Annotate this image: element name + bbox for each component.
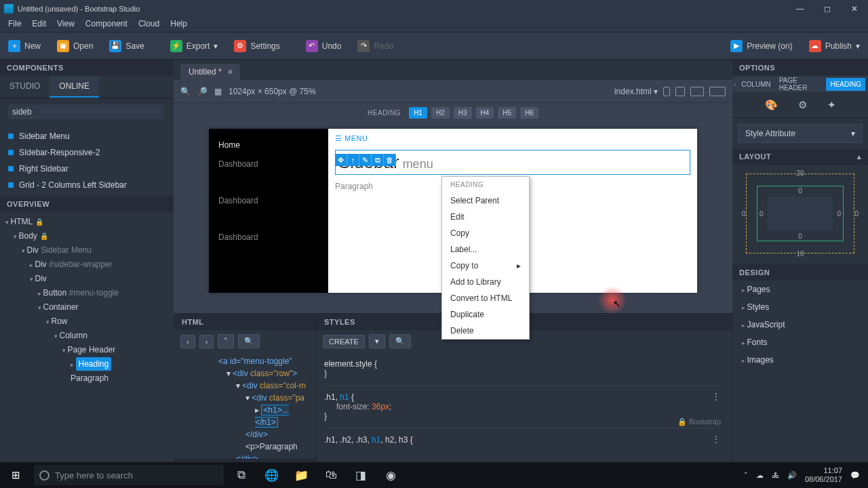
heading-h6[interactable]: H6 — [520, 107, 538, 119]
nav-back-button[interactable]: ‹ — [180, 335, 195, 348]
sidebar-item[interactable]: Dashboard — [209, 228, 328, 247]
animation-icon[interactable]: ✦ — [827, 99, 836, 111]
design-pages[interactable]: Pages — [732, 281, 868, 298]
tray-onedrive-icon[interactable]: ☁ — [756, 471, 764, 480]
sidebar-item[interactable]: Home — [209, 136, 328, 155]
save-button[interactable]: 💾Save — [101, 33, 152, 60]
tray-up-icon[interactable]: ˄ — [744, 471, 748, 480]
tab-studio[interactable]: STUDIO — [0, 76, 50, 98]
ctx-duplicate[interactable]: Duplicate — [442, 306, 529, 323]
app-icon[interactable]: ◨ — [346, 462, 376, 488]
ctx-add-to-library[interactable]: Add to Library — [442, 274, 529, 290]
layout-header[interactable]: LAYOUT▴ — [732, 148, 868, 165]
new-button[interactable]: ＋New — [0, 33, 49, 60]
tray-network-icon[interactable]: 🖧 — [772, 471, 779, 479]
menu-file[interactable]: File — [3, 18, 26, 32]
grid-icon[interactable]: ▦ — [214, 87, 222, 96]
window-maximize[interactable]: ◻ — [814, 0, 841, 18]
component-item[interactable]: Grid - 2 Columns Left Sidebar — [0, 177, 174, 193]
menu-component[interactable]: Component — [80, 18, 133, 32]
task-view-icon[interactable]: ⧉ — [226, 462, 256, 488]
create-button[interactable]: CREATE — [323, 335, 365, 348]
design-images[interactable]: Images — [732, 351, 868, 369]
ctx-edit[interactable]: Edit — [442, 209, 529, 225]
more-icon[interactable]: ⋮ — [711, 391, 721, 402]
appearance-icon[interactable]: 🎨 — [765, 99, 778, 111]
nav-up-button[interactable]: ˄ — [218, 334, 234, 348]
menu-cloud[interactable]: Cloud — [133, 18, 165, 32]
styles-body[interactable]: element.style { } ⋮ .h1, h1 { font-size:… — [316, 352, 732, 476]
publish-button[interactable]: ☁Publish ▾ — [801, 33, 868, 60]
ctx-label[interactable]: Label... — [442, 241, 529, 258]
ctx-select-parent[interactable]: Select Parent — [442, 192, 529, 209]
heading-h4[interactable]: H4 — [476, 107, 494, 119]
undo-button[interactable]: ↶Undo — [298, 33, 350, 60]
crumb-column[interactable]: COLUMN — [737, 78, 774, 91]
menu-view[interactable]: View — [52, 18, 80, 32]
taskbar-clock[interactable]: 11:07 08/06/2017 — [805, 466, 842, 484]
window-close[interactable]: ✕ — [841, 0, 868, 18]
menu-help[interactable]: Help — [165, 18, 193, 32]
style-attribute-dropdown[interactable]: Style Attribute▾ — [738, 124, 863, 143]
up-icon[interactable]: ↑ — [347, 154, 359, 166]
component-item[interactable]: SIdebar-Responsive-2 — [0, 144, 174, 161]
components-search-input[interactable] — [8, 104, 164, 119]
box-model[interactable]: 20 10 0 0 0 0 0 0 — [741, 169, 860, 258]
edge-icon[interactable]: 🌐 — [256, 462, 286, 488]
sidebar-item[interactable]: Dashboard — [209, 191, 328, 210]
tray-volume-icon[interactable]: 🔊 — [787, 471, 797, 480]
file-dropdown[interactable]: index.html ▾ — [614, 87, 658, 96]
ctx-delete[interactable]: Delete — [442, 323, 529, 339]
ctx-copy[interactable]: Copy — [442, 225, 529, 241]
menu-toggle[interactable]: ☰ MENU — [335, 134, 690, 143]
delete-icon[interactable]: 🗑 — [384, 154, 396, 166]
ctx-copy-to[interactable]: Copy to▸ — [442, 258, 529, 274]
heading-h1[interactable]: H1 — [409, 107, 427, 119]
component-item[interactable]: Sidebar Menu — [0, 128, 174, 144]
move-icon[interactable]: ✥ — [335, 154, 347, 166]
preview-button[interactable]: ▶Preview (on) — [722, 33, 800, 60]
device-laptop-icon[interactable] — [690, 87, 704, 96]
more-icon[interactable]: ⋮ — [711, 434, 721, 445]
design-javascript[interactable]: JavaScript — [732, 316, 868, 333]
tray-notifications-icon[interactable]: 💬 — [850, 471, 860, 480]
heading-h2[interactable]: H2 — [431, 107, 450, 119]
selection-toolbar[interactable]: ✥ ↑ ✎ ⧉ 🗑 — [335, 154, 396, 166]
zoom-out-icon[interactable]: 🔎 — [197, 87, 208, 96]
chrome-icon[interactable]: ◉ — [376, 462, 406, 488]
crumb-pageheader[interactable]: PAGE HEADER — [775, 74, 827, 94]
duplicate-icon[interactable]: ⧉ — [372, 154, 384, 166]
ctx-convert-to-html[interactable]: Convert to HTML — [442, 290, 529, 306]
redo-button[interactable]: ↷Redo — [349, 33, 401, 60]
device-tablet-icon[interactable] — [675, 87, 685, 96]
edit-icon[interactable]: ✎ — [359, 154, 372, 166]
heading-h5[interactable]: H5 — [498, 107, 516, 119]
close-tab-icon[interactable]: ✕ — [227, 68, 233, 77]
html-tree[interactable]: <a id="menu-toggle" ▾ <div class="row"> … — [174, 352, 315, 459]
crumb-heading[interactable]: HEADING — [826, 78, 865, 91]
sidebar-item[interactable]: Dashboard — [209, 155, 328, 174]
heading-h3[interactable]: H3 — [454, 107, 472, 119]
document-tab[interactable]: Untitled *✕ — [180, 64, 240, 80]
design-styles[interactable]: Styles — [732, 298, 868, 316]
tree-selected-heading[interactable]: Heading — [76, 357, 112, 371]
design-fonts[interactable]: Fonts — [732, 333, 868, 351]
window-minimize[interactable]: — — [787, 0, 814, 18]
tab-online[interactable]: ONLINE — [50, 76, 99, 98]
nav-fwd-button[interactable]: › — [199, 335, 214, 348]
search-button[interactable]: 🔍 — [238, 334, 260, 348]
create-dropdown[interactable]: ▾ — [369, 334, 385, 348]
file-explorer-icon[interactable]: 📁 — [286, 462, 316, 488]
options-gear-icon[interactable]: ⚙ — [798, 99, 807, 111]
menu-edit[interactable]: Edit — [26, 18, 52, 32]
store-icon[interactable]: 🛍 — [316, 462, 346, 488]
styles-search[interactable]: 🔍 — [389, 334, 411, 348]
settings-button[interactable]: ⚙Settings — [226, 33, 288, 60]
export-button[interactable]: ⚡Export ▾ — [162, 33, 226, 60]
dom-tree[interactable]: HTML🔒 Body🔒 Div Sidebar Menu Div #sideba… — [0, 212, 174, 476]
component-item[interactable]: Right Sidebar — [0, 161, 174, 177]
device-desktop-icon[interactable] — [709, 87, 726, 96]
start-button[interactable]: ⊞ — [0, 462, 31, 488]
device-phone-icon[interactable] — [663, 87, 670, 96]
open-button[interactable]: ▣Open — [49, 33, 101, 60]
